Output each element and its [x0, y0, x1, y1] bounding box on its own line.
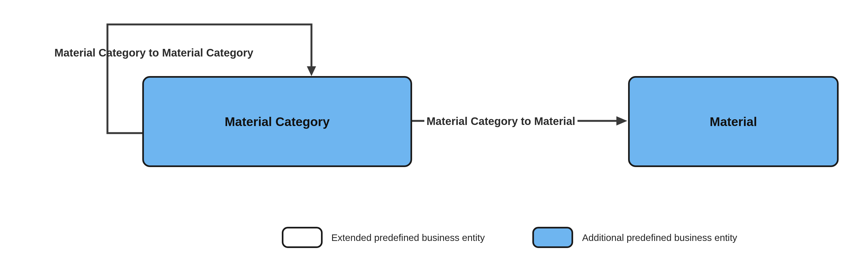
legend-swatch-additional: [532, 227, 573, 248]
svg-marker-1: [616, 116, 627, 126]
relationship-self-label: Material Category to Material Category: [54, 47, 253, 59]
entity-material-label: Material: [710, 114, 757, 129]
entity-material: Material: [628, 76, 839, 167]
legend-label-extended: Extended predefined business entity: [331, 232, 485, 243]
legend-swatch-extended: [282, 227, 322, 248]
relationship-to-material-label: Material Category to Material: [424, 115, 578, 127]
legend-label-additional: Additional predefined business entity: [582, 232, 737, 243]
svg-marker-0: [307, 66, 316, 76]
entity-material-category: Material Category: [142, 76, 412, 167]
entity-relationship-diagram: Material Category Material Material Cate…: [0, 0, 868, 273]
entity-material-category-label: Material Category: [225, 114, 330, 129]
